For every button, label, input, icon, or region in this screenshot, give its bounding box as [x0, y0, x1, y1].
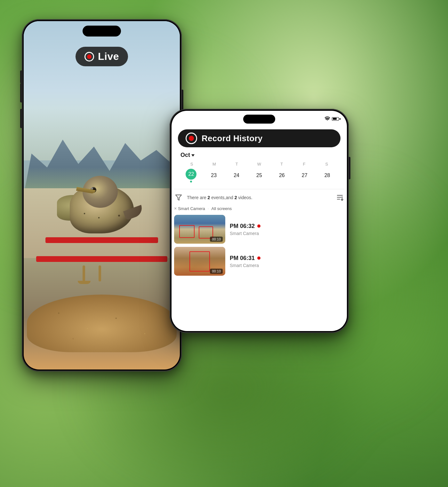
cal-date-num-25: 25	[254, 170, 265, 181]
video-time-text-2: PM 06:31	[230, 255, 255, 262]
video-info-1: PM 06:32 Smart Camera	[230, 223, 344, 236]
phone-left-frame: Live	[22, 19, 182, 371]
record-icon	[186, 133, 197, 144]
event-dot-2	[257, 256, 260, 260]
video-item-2[interactable]: 00:10 PM 06:31 Smart Camera	[174, 247, 344, 276]
filter-icon[interactable]	[174, 193, 183, 202]
month-label: Oct	[180, 152, 190, 158]
page-title: Record History	[202, 134, 263, 143]
cal-date-num-27: 27	[299, 170, 310, 181]
bird-leg-left	[83, 265, 85, 281]
tag-separator: ·	[208, 206, 209, 211]
history-header: Record History Oct S M T W	[172, 127, 347, 189]
cal-date-27[interactable]: 27	[294, 168, 315, 183]
feeder-seeds	[27, 295, 177, 352]
tag-camera-close[interactable]: ×	[174, 206, 177, 211]
cal-date-26[interactable]: 26	[271, 168, 292, 183]
phone-left: Live	[22, 19, 182, 371]
right-phone-power-button[interactable]	[349, 157, 350, 179]
tag-screen[interactable]: All screens	[212, 206, 232, 211]
detect-box-1a	[179, 225, 195, 238]
live-screen: Live	[24, 21, 180, 369]
live-circle-icon	[84, 52, 94, 61]
video-list: 00:10 PM 06:32 Smart Camera	[172, 215, 347, 276]
cal-date-num-26: 26	[276, 170, 287, 181]
filter-mid: events,and	[211, 195, 233, 200]
calendar-day-headers: S M T W T F S	[180, 162, 338, 166]
cal-date-num-28: 28	[322, 170, 333, 181]
tag-camera[interactable]: × Smart Camera	[174, 206, 205, 211]
month-selector[interactable]: Oct	[178, 152, 340, 162]
live-label: Live	[98, 51, 119, 62]
day-label-m: M	[203, 162, 225, 166]
cal-date-22[interactable]: 22	[180, 168, 202, 183]
day-label-t2: T	[270, 162, 293, 166]
cal-event-dot-22	[190, 181, 192, 183]
bird-leg-right	[99, 265, 101, 281]
sort-icon[interactable]	[335, 193, 344, 202]
month-dropdown-arrow	[191, 154, 195, 157]
calendar: S M T W T F S 22	[178, 162, 340, 186]
tags-bar: × Smart Camera · All screens	[172, 206, 347, 215]
tag-camera-label: Smart Camera	[178, 206, 205, 211]
video-info-2: PM 06:31 Smart Camera	[230, 255, 344, 268]
title-bar: Record History	[178, 129, 340, 147]
duration-badge-1: 00:10	[210, 237, 223, 242]
day-label-t1: T	[226, 162, 248, 166]
phone-left-screen: Live	[24, 21, 180, 369]
phone-right-screen: Record History Oct S M T W	[172, 111, 347, 331]
history-screen: Record History Oct S M T W	[172, 111, 347, 331]
video-item-1[interactable]: 00:10 PM 06:32 Smart Camera	[174, 215, 344, 244]
duration-badge-2: 00:10	[210, 269, 223, 274]
filter-prefix: There are	[187, 195, 206, 200]
video-thumb-1[interactable]: 00:10	[174, 215, 225, 244]
bird	[54, 176, 150, 272]
event-count: 2	[208, 195, 210, 200]
day-label-s1: S	[180, 162, 203, 166]
record-dot	[189, 136, 194, 141]
day-label-w: W	[248, 162, 270, 166]
cal-date-num-23: 23	[208, 170, 219, 181]
status-icons	[325, 117, 340, 121]
tag-screen-label: All screens	[212, 206, 232, 211]
video-camera-2: Smart Camera	[230, 263, 344, 268]
dynamic-island-right	[243, 115, 275, 124]
cal-date-25[interactable]: 25	[249, 168, 270, 183]
cal-date-28[interactable]: 28	[316, 168, 338, 183]
svg-marker-0	[176, 195, 181, 200]
cal-date-num-22: 22	[186, 169, 196, 180]
video-thumb-2[interactable]: 00:10	[174, 247, 225, 276]
dynamic-island-left	[83, 26, 121, 37]
battery-icon	[332, 117, 340, 121]
detect-box-2a	[189, 251, 210, 272]
cal-date-23[interactable]: 23	[203, 168, 225, 183]
video-camera-1: Smart Camera	[230, 231, 344, 236]
day-label-s2: S	[316, 162, 338, 166]
wifi-icon	[325, 117, 330, 121]
event-dot-1	[257, 224, 260, 228]
filter-suffix: videos.	[238, 195, 252, 200]
video-time-2: PM 06:31	[230, 255, 344, 262]
filter-text: There are 2 events,and 2 videos.	[187, 195, 332, 200]
calendar-dates: 22 23 24 25	[180, 168, 338, 183]
cal-date-24[interactable]: 24	[226, 168, 247, 183]
phone-right-frame: Record History Oct S M T W	[170, 109, 349, 333]
phone-right: Record History Oct S M T W	[170, 109, 349, 333]
video-count: 2	[235, 195, 237, 200]
live-badge[interactable]: Live	[76, 47, 128, 66]
filter-bar: There are 2 events,and 2 videos.	[172, 189, 347, 206]
bird-head	[83, 176, 118, 208]
cal-date-num-24: 24	[231, 170, 242, 181]
video-time-1: PM 06:32	[230, 223, 344, 230]
live-circle-inner	[87, 54, 92, 59]
day-label-f: F	[293, 162, 315, 166]
video-time-text-1: PM 06:32	[230, 223, 255, 230]
